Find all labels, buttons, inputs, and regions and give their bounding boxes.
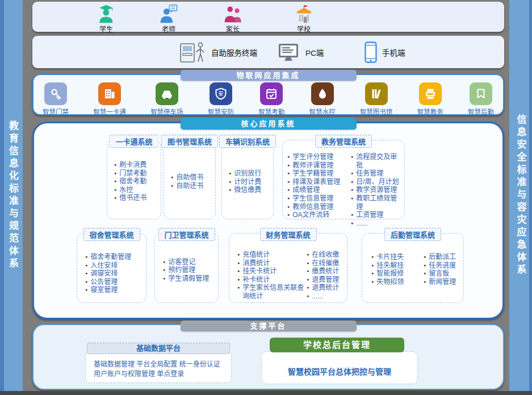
bullet-icon: ●	[287, 169, 290, 178]
list-item-label: 教师评课管理	[292, 161, 351, 170]
school-admin-title: 学校总后台管理	[270, 338, 404, 352]
onecard-system-box: 一卡通系统 ●刷卡消费●门禁考勤●宿舍考勤●水控●借书还书	[107, 140, 161, 219]
bullet-icon: ●	[371, 269, 374, 278]
iot-panel-title: 物联网应用集成	[181, 70, 357, 81]
bullet-icon: ●	[307, 259, 309, 268]
base-data-platform-box: 基础数据管理 平台全局配置 统一身份认证 用户账户与权限管理 单点登录	[85, 351, 232, 383]
bullet-icon: ●	[163, 258, 165, 267]
list-item: ●教师评课管理	[287, 161, 351, 170]
bullet-icon: ●	[287, 153, 290, 161]
list-item: ●入住安排	[85, 261, 144, 270]
bullet-icon: ●	[371, 253, 374, 261]
list-item: ●宿舍考勤管理	[85, 253, 144, 261]
campus-card-icon	[98, 82, 121, 105]
list-item-label: 补卡统计	[242, 276, 307, 284]
terminal-pc: PC端	[278, 36, 324, 68]
list-item-label: 学生信息管理	[292, 194, 351, 203]
bullet-icon: ●	[237, 276, 240, 284]
list-item-label: 门禁考勤	[119, 169, 158, 178]
list-item-label: 学生学籍管理	[292, 169, 351, 178]
list-item: ●成绩管理	[287, 186, 351, 194]
list-item-label: 后勤派工	[429, 253, 461, 261]
bullet-icon: ●	[85, 261, 87, 270]
core-apps-panel: 核心应用系统 一卡通系统 ●刷卡消费●门禁考勤●宿舍考勤●水控●借书还书 图书管…	[32, 122, 504, 319]
finance-system-box: 财务管理系统 ●充值统计●消费统计●挂失卡统计●补卡统计●学生家长信息关联查询统…	[229, 233, 347, 303]
list-item-label: 挂失解挂	[376, 261, 424, 270]
logistics-banner-icon	[470, 82, 492, 105]
left-standards-label: 教育信息化标准与规范体系	[0, 0, 23, 391]
iot-item-library: 智慧图书馆	[360, 82, 393, 116]
terminal-mobile: 手机端	[365, 36, 405, 68]
water-control-icon	[311, 82, 334, 105]
list-item-label: 智能报修	[376, 269, 424, 278]
bullet-icon: ●	[307, 284, 309, 292]
subsystem-title: 宿舍管理系统	[83, 228, 140, 241]
list-item: ●OA文件流转	[287, 211, 351, 219]
list-item-label: 公告管理	[90, 278, 144, 286]
bullet-icon: ●	[287, 194, 290, 203]
base-platform-line1: 基础数据管理 平台全局配置 统一身份认证	[94, 360, 227, 369]
bullet-icon: ●	[351, 153, 353, 169]
bullet-icon: ●	[351, 186, 353, 194]
student-icon	[98, 5, 115, 23]
list-item-label: 水控	[119, 186, 158, 194]
subsystem-item-list: ●自助借书●自助还书	[164, 140, 215, 219]
gate-system-box: 门卫管理系统 ●访客登记●预约管理●学生请假管理	[154, 233, 219, 303]
list-item: ●退费统计	[307, 284, 345, 292]
list-item-label: 预约管理	[168, 266, 216, 275]
subsystem-item-list: ●在线收缴●在线催缴●缴费统计●退费管理●退费统计●......	[307, 251, 345, 302]
list-item: ●退费管理	[307, 276, 345, 284]
iot-item-campus-card: 智慧一卡通	[93, 82, 126, 116]
bullet-icon: ●	[351, 211, 353, 219]
list-item-label: 入住安排	[90, 261, 144, 270]
list-item-label: 计时计费	[234, 178, 271, 186]
list-item: ●任务管理	[351, 169, 402, 178]
bullet-icon: ●	[114, 177, 116, 186]
list-item-label: 成绩管理	[292, 186, 351, 194]
iot-item-parking: 智慧停车场	[150, 82, 183, 116]
right-security-bar: 信息安全标准与容灾应急体系	[509, 0, 532, 391]
list-item-label: 在线收缴	[312, 251, 345, 259]
support-panel-title: 支撑平台	[181, 321, 357, 331]
core-panel-title: 核心应用系统	[181, 118, 357, 130]
list-item-label: 借书还书	[119, 194, 158, 202]
subsystem-title: 图书管理系统	[161, 135, 218, 148]
list-item: ●刷卡消费	[114, 161, 158, 169]
subsystem-item-list: ●卡片挂失●挂失解挂●智能报修●失物招领	[371, 253, 424, 302]
academic-printer-icon	[419, 82, 442, 105]
iot-item-academic: 智慧教务	[417, 82, 443, 116]
bullet-icon: ●	[114, 186, 116, 194]
bullet-icon: ●	[307, 276, 309, 284]
logistics-system-box: 后勤管理系统 ●卡片挂失●挂失解挂●智能报修●失物招领 ●后勤派工●任务进度●留…	[362, 233, 464, 303]
list-item: ●访客登记	[163, 258, 216, 267]
list-item: ●充值统计	[237, 251, 307, 259]
bullet-icon: ●	[351, 169, 353, 178]
list-item-label: 任务进度	[429, 261, 461, 270]
teacher-icon	[160, 5, 177, 23]
list-item-label: 失物招领	[376, 278, 424, 286]
list-item: ●预约管理	[163, 266, 216, 275]
list-item-label: 退费统计	[312, 284, 345, 292]
list-item-label: 宿舍考勤管理	[90, 253, 144, 261]
list-item-label: ......	[312, 292, 345, 301]
bullet-icon: ●	[163, 266, 165, 275]
bullet-icon: ●	[307, 251, 309, 259]
list-item-label: 教师信息管理	[292, 203, 351, 211]
list-item-label: OA文件流转	[292, 211, 351, 219]
list-item: ●挂失解挂	[371, 261, 424, 270]
list-item: ●工资管理	[351, 211, 402, 219]
base-data-platform-title: 基础数据平台	[87, 343, 230, 354]
iot-item-security: 安 智慧安防	[208, 82, 234, 116]
list-item: ●卡片挂失	[371, 253, 424, 261]
list-item: ●......	[351, 219, 402, 228]
kiosk-icon	[179, 40, 206, 64]
list-item-label: 访客登记	[168, 258, 216, 267]
list-item: ●智能报修	[371, 269, 424, 278]
list-item: ●水控	[114, 186, 158, 194]
list-item: ●挂失卡统计	[237, 267, 307, 276]
list-item-label: 任务管理	[356, 169, 402, 178]
bullet-icon: ●	[237, 259, 240, 268]
role-label: 学生	[99, 24, 113, 34]
bullet-icon: ●	[171, 182, 173, 190]
role-student: 学生	[86, 5, 126, 34]
